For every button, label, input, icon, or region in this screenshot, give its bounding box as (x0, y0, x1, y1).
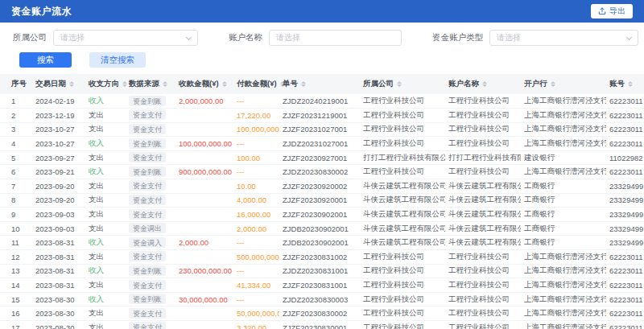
sort-asc-caret[interactable] (551, 81, 555, 84)
cell-account-name: 工程行业科技公司 (445, 109, 521, 123)
cell-account-name: 工程行业科技公司 (445, 250, 521, 265)
payment-amount: --- (237, 139, 245, 148)
cell-payment-amount: 50,000,000.00 (233, 306, 279, 321)
column-header-company[interactable]: 所属公司 (360, 74, 445, 94)
sort-asc-caret[interactable] (397, 81, 402, 84)
cell-account-no: 23329499 (606, 208, 644, 222)
cell-receipt-amount (175, 306, 233, 321)
sort-asc-caret[interactable] (222, 81, 227, 84)
cell-index: 17 (0, 321, 32, 329)
column-header-bank[interactable]: 开户行 (521, 74, 606, 94)
sort-icon[interactable] (482, 81, 487, 87)
sort-desc-caret[interactable] (397, 84, 402, 87)
sort-asc-caret[interactable] (482, 81, 487, 84)
cell-payment-amount: 4,000.00 (233, 193, 279, 208)
cell-doc-no: ZJDZ20230831001 (279, 264, 360, 278)
clear-search-button[interactable]: 清空搜索 (89, 52, 146, 68)
cell-doc-no: ZJDZ20230830003 (279, 292, 360, 306)
payment-amount: 100.00 (237, 154, 260, 162)
sort-icon[interactable] (222, 81, 227, 87)
column-label: 收支方向 (89, 79, 119, 89)
column-label: 开户行 (524, 79, 547, 89)
sort-desc-caret[interactable] (482, 84, 487, 87)
export-button[interactable]: 导出 (591, 4, 633, 19)
sort-asc-caret[interactable] (69, 81, 74, 84)
cell-company: 工程行业科技公司 (360, 165, 445, 179)
cell-account-no: 62223011 (606, 278, 644, 293)
column-header-account_no[interactable]: 账号 (606, 74, 644, 94)
cell-receipt-amount: 2,000,000.00 (175, 94, 233, 109)
sort-asc-caret[interactable] (301, 81, 306, 84)
cell-direction: 支出 (85, 179, 126, 194)
sort-desc-caret[interactable] (69, 84, 74, 87)
table-row: 162023-08-30支出资金支付50,000,000.00ZJZF20230… (0, 306, 644, 321)
sort-icon[interactable] (301, 81, 306, 87)
cell-payment-amount: --- (233, 94, 279, 109)
sort-icon[interactable] (397, 81, 402, 87)
sort-asc-caret[interactable] (628, 81, 633, 84)
sort-desc-caret[interactable] (163, 84, 167, 87)
table-row: 92023-09-03支出资金支付16,000.00ZJZF2023090200… (0, 208, 644, 222)
source-badge: 资金支付 (129, 209, 166, 220)
cell-date: 2023-10-27 (32, 122, 85, 137)
sort-icon[interactable] (551, 81, 555, 87)
sort-icon[interactable] (163, 81, 167, 87)
direction-label: 支出 (89, 323, 104, 329)
column-label: 付款金额(¥) (237, 79, 277, 89)
cell-index: 6 (0, 165, 32, 179)
column-header-doc_no[interactable]: 单号 (279, 74, 360, 94)
direction-label: 收入 (89, 265, 104, 274)
cell-payment-amount: --- (233, 236, 279, 250)
cell-account-name: 斗侠云建筑工程有限公司 (445, 221, 521, 236)
cell-company: 工程行业科技公司 (360, 250, 445, 265)
source-badge: 资金支付 (129, 308, 166, 319)
column-header-payment[interactable]: 付款金额(¥) (233, 74, 279, 94)
sort-icon[interactable] (69, 81, 74, 87)
sort-desc-caret[interactable] (122, 84, 127, 87)
cell-receipt-amount: 100,000,000.00 (175, 137, 233, 151)
cell-payment-amount: --- (233, 292, 279, 306)
cell-date: 2023-09-03 (32, 208, 85, 222)
direction-label: 支出 (89, 124, 104, 133)
cell-company: 工程行业科技公司 (360, 122, 445, 137)
cell-source: 资金支付 (126, 193, 175, 208)
cell-bank: 工商银行 (521, 221, 606, 236)
column-label: 收款金额(¥) (179, 79, 219, 89)
sort-icon[interactable] (628, 81, 633, 87)
column-header-receipt[interactable]: 收款金额(¥) (175, 74, 233, 94)
column-header-date[interactable]: 交易日期 (32, 74, 85, 94)
sort-desc-caret[interactable] (551, 84, 555, 87)
column-header-account[interactable]: 账户名称 (445, 74, 521, 94)
cell-account-name: 工程行业科技公司 (445, 306, 521, 321)
source-badge: 资金到账 (129, 265, 166, 276)
cell-direction: 支出 (85, 109, 126, 123)
payment-amount: --- (237, 295, 245, 304)
sort-desc-caret[interactable] (301, 84, 306, 87)
receipt-amount: 2,000.00 (179, 238, 208, 247)
cell-account-no: 62223011 (606, 137, 644, 151)
cell-doc-no: ZJDB20230902001 (279, 221, 360, 236)
column-header-source[interactable]: 数据来源 (126, 74, 175, 94)
account-type-select[interactable]: 请选择 (489, 30, 638, 46)
cell-doc-no: ZJZF20231027001 (279, 122, 360, 137)
sort-desc-caret[interactable] (628, 84, 633, 87)
column-header-direction[interactable]: 收支方向 (85, 74, 126, 94)
search-button[interactable]: 搜索 (19, 52, 72, 68)
sort-icon[interactable] (122, 81, 127, 87)
cell-company: 工程行业科技公司 (360, 94, 445, 109)
cell-account-name: 工程行业科技公司 (445, 264, 521, 278)
sort-asc-caret[interactable] (122, 81, 127, 84)
cell-index: 1 (0, 94, 32, 109)
company-select[interactable]: 请选择 (53, 30, 198, 46)
cell-date: 2023-09-20 (32, 179, 85, 194)
table-row: 42023-10-27收入资金到账100,000,000.00---ZJDZ20… (0, 137, 644, 151)
sort-asc-caret[interactable] (163, 81, 167, 84)
cell-bank: 上海工商银行漕河泾支行 (521, 109, 606, 123)
sort-desc-caret[interactable] (222, 84, 227, 87)
table-row: 122023-08-31支出资金支付500,000,000.00ZJZF2023… (0, 250, 644, 265)
cell-direction: 收入 (85, 292, 126, 306)
payment-amount: 50,000,000.00 (237, 309, 279, 318)
cell-source: 资金支付 (126, 150, 175, 165)
account-name-input[interactable]: 请选择 (269, 30, 402, 46)
payment-amount: --- (237, 238, 245, 247)
